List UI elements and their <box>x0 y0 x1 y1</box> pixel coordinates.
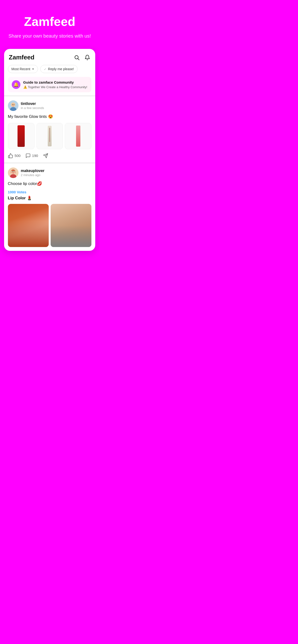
comment-icon <box>26 153 31 158</box>
community-text: Guide to zamface Community ⚠️ Together W… <box>23 80 88 89</box>
post-1-meta: tintlover in a few seconds <box>21 102 92 110</box>
post-1-header: tintlover in a few seconds <box>8 100 92 111</box>
post-1-text: My favorite Glow tints 😍 <box>8 114 92 120</box>
tintlover-avatar <box>8 100 19 111</box>
post-1-time: in a few seconds <box>21 106 92 110</box>
post-2-username: makeuplover <box>21 169 92 173</box>
lip-poll-images <box>8 204 92 247</box>
product-image-2 <box>37 123 63 149</box>
svg-line-1 <box>78 58 79 60</box>
post-2-time: 2 minutes ago <box>21 173 92 177</box>
post-2-text: Choose lip color💋 <box>8 181 92 187</box>
svg-point-16 <box>12 171 13 172</box>
post-2: makeuplover 2 minutes ago Choose lip col… <box>4 164 95 251</box>
check-icon: ✓ <box>44 67 47 71</box>
most-recent-label: Most Recent <box>12 67 31 71</box>
product-image-1 <box>8 123 35 149</box>
comment-button[interactable]: 190 <box>26 153 38 158</box>
svg-point-8 <box>12 105 13 106</box>
svg-point-19 <box>14 172 15 172</box>
svg-point-9 <box>14 105 15 106</box>
thumbs-up-icon <box>8 153 13 158</box>
reply-label: Reply me please! <box>48 67 74 71</box>
community-title: Guide to zamface Community <box>23 80 88 84</box>
product-image-3 <box>65 123 91 149</box>
share-button[interactable] <box>43 153 48 158</box>
svg-point-17 <box>14 171 14 172</box>
like-button[interactable]: 500 <box>8 153 21 158</box>
reply-filter[interactable]: ✓ Reply me please! <box>40 65 77 73</box>
svg-point-5 <box>11 102 15 107</box>
chevron-down-icon: ▼ <box>32 68 34 70</box>
vote-count: 1000 Votes <box>8 190 92 194</box>
svg-point-6 <box>12 104 13 105</box>
header-icons <box>74 54 90 60</box>
post-2-header: makeuplover 2 minutes ago <box>8 168 92 178</box>
svg-point-18 <box>11 172 13 172</box>
product-images <box>8 123 92 149</box>
tint-bottle-1 <box>18 125 25 147</box>
send-icon <box>43 153 48 158</box>
hero-title: Zamfeed <box>24 14 75 29</box>
lip-image-right <box>51 204 91 247</box>
community-subtitle: ⚠️ Together We Create a Healthy Communit… <box>23 85 88 89</box>
most-recent-filter[interactable]: Most Recent ▼ <box>8 65 38 73</box>
like-count: 500 <box>15 154 21 158</box>
notification-icon[interactable] <box>84 54 90 60</box>
post-2-meta: makeuplover 2 minutes ago <box>21 169 92 177</box>
hero-section: Zamfeed Share your own beauty stories wi… <box>0 0 99 49</box>
poll-title: Lip Color 💄 <box>8 196 92 200</box>
post-1-username: tintlover <box>21 102 92 106</box>
app-card: Zamfeed Most Recent ▼ ✓ Reply me please!… <box>4 49 95 251</box>
app-header: Zamfeed <box>4 49 95 65</box>
search-icon[interactable] <box>74 54 80 60</box>
community-banner[interactable]: 🔔 Guide to zamface Community ⚠️ Together… <box>8 77 92 92</box>
lip-option-1[interactable] <box>8 204 49 247</box>
bell-icon: 🔔 <box>12 80 20 89</box>
post-1: tintlover in a few seconds My favorite G… <box>4 96 95 162</box>
post-1-actions: 500 190 <box>8 153 92 158</box>
hero-subtitle: Share your own beauty stories with us! <box>9 32 91 39</box>
tint-bottle-2 <box>48 126 52 146</box>
tint-bottle-3 <box>76 126 80 146</box>
svg-point-7 <box>14 104 14 105</box>
lip-image-left <box>8 204 49 247</box>
filter-bar: Most Recent ▼ ✓ Reply me please! <box>4 65 95 77</box>
makeuplover-avatar <box>8 168 19 178</box>
lip-option-2[interactable] <box>51 204 91 247</box>
comment-count: 190 <box>32 154 38 158</box>
app-title: Zamfeed <box>9 54 35 61</box>
